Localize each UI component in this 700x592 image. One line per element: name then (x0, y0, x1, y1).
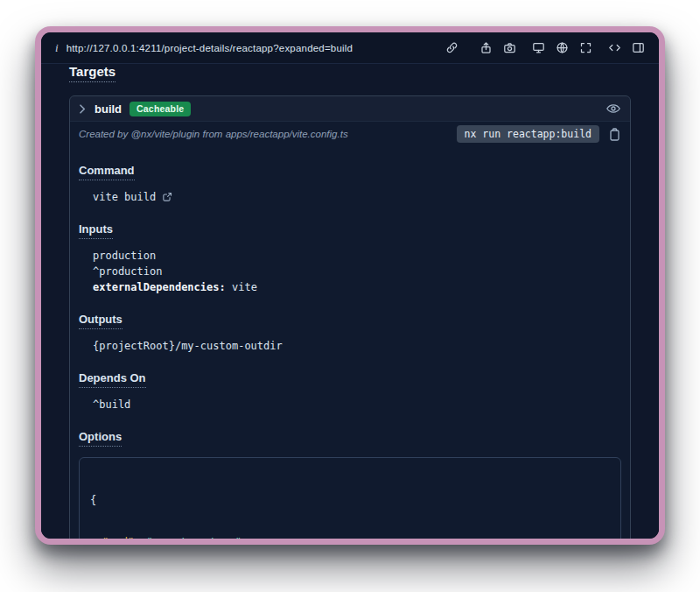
url-text[interactable]: http://127.0.0.1:4211/project-details/re… (66, 43, 354, 53)
eye-icon[interactable] (606, 101, 621, 116)
json-separator: : (134, 536, 146, 539)
depends-on-item: ^build (93, 397, 621, 412)
section-options-title: Options (79, 430, 122, 447)
address-bar: i http://127.0.0.1:4211/project-details/… (41, 32, 659, 64)
section-inputs-title: Inputs (79, 222, 113, 239)
external-deps-key: externalDependencies: (93, 281, 226, 293)
topbar-group-2 (532, 41, 592, 54)
json-key: "cwd" (102, 536, 134, 539)
json-open-brace: { (90, 493, 610, 507)
app-window: i http://127.0.0.1:4211/project-details/… (35, 26, 665, 545)
section-inputs: Inputs production ^production externalDe… (79, 221, 621, 295)
target-sections: Command vite build Inputs (70, 150, 630, 539)
expand-icon[interactable] (579, 41, 592, 54)
input-item: production (93, 248, 621, 264)
target-header-build[interactable]: build Cacheable (70, 96, 630, 122)
section-command-title: Command (79, 164, 135, 180)
json-cwd-line: "cwd": "apps/reactapp" (90, 535, 610, 539)
command-value: vite build (93, 189, 156, 205)
options-json-block: { "cwd": "apps/reactapp" } (79, 457, 621, 539)
target-name: build (94, 102, 122, 116)
json-value: "apps/reactapp" (147, 536, 242, 539)
topbar-icons (445, 41, 645, 54)
project-details-content: Targets build Cacheable Created by @nx/v… (41, 64, 659, 539)
target-meta-row: Created by @nx/vite/plugin from apps/rea… (70, 122, 630, 150)
section-outputs: Outputs {projectRoot}/my-custom-outdir (79, 311, 621, 354)
link-icon[interactable] (445, 41, 458, 54)
section-depends-on: Depends On ^build (79, 370, 621, 412)
topbar-group-1 (480, 41, 516, 54)
run-command-chip: nx run reactapp:build (457, 125, 599, 143)
created-by-text: Created by @nx/vite/plugin from apps/rea… (79, 129, 348, 139)
input-item: ^production (93, 264, 621, 279)
code-icon[interactable] (608, 41, 621, 54)
monitor-icon[interactable] (532, 41, 545, 54)
sidebar-panel-icon[interactable] (632, 41, 645, 54)
section-options: Options { "cwd": "apps/reactapp" } (79, 428, 621, 539)
input-item-external-deps: externalDependencies: vite (93, 279, 621, 295)
copy-icon[interactable] (607, 127, 621, 141)
page-title: Targets (69, 64, 116, 82)
section-command: Command vite build (79, 162, 621, 205)
export-icon[interactable] (480, 41, 493, 54)
window-inner: i http://127.0.0.1:4211/project-details/… (41, 32, 659, 539)
cacheable-badge: Cacheable (130, 102, 191, 116)
chevron-right-icon (79, 104, 87, 114)
camera-icon[interactable] (503, 41, 516, 54)
globe-icon[interactable] (556, 41, 569, 54)
info-icon: i (55, 41, 59, 55)
section-depends-on-title: Depends On (79, 371, 146, 388)
section-outputs-title: Outputs (79, 313, 122, 329)
output-item: {projectRoot}/my-custom-outdir (93, 338, 621, 354)
external-link-icon[interactable] (162, 192, 172, 202)
command-value-row: vite build (93, 189, 621, 205)
topbar-group-3 (608, 41, 645, 54)
target-card-build: build Cacheable Created by @nx/vite/plug… (69, 95, 631, 539)
external-deps-value: vite (232, 281, 257, 293)
